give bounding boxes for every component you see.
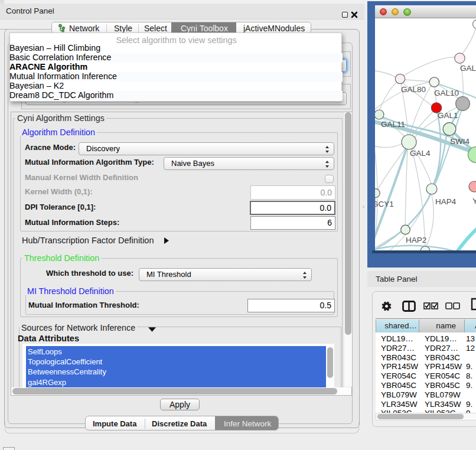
svg-text:GAL4: GAL4 <box>410 149 431 158</box>
svg-text:GAL1: GAL1 <box>438 111 458 120</box>
svg-text:SWI4: SWI4 <box>450 137 470 146</box>
svg-text:GAL10: GAL10 <box>434 89 459 97</box>
svg-text:GAL: GAL <box>460 64 476 73</box>
svg-text:GAL80: GAL80 <box>401 85 426 94</box>
svg-text:Y: Y <box>472 197 476 206</box>
svg-text:HAP2: HAP2 <box>406 236 426 244</box>
svg-text:HAP4: HAP4 <box>435 197 457 206</box>
svg-text:GCY1: GCY1 <box>375 200 394 208</box>
svg-text:GAL11: GAL11 <box>381 120 405 129</box>
